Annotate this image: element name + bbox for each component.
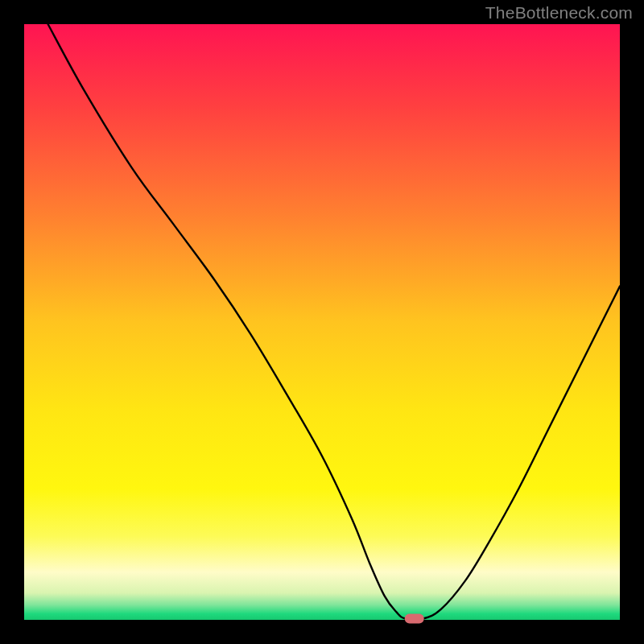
bottleneck-chart xyxy=(0,0,644,644)
plot-background xyxy=(24,24,620,620)
watermark-label: TheBottleneck.com xyxy=(485,3,633,23)
optimal-marker xyxy=(405,614,424,624)
chart-frame: TheBottleneck.com xyxy=(0,0,644,644)
